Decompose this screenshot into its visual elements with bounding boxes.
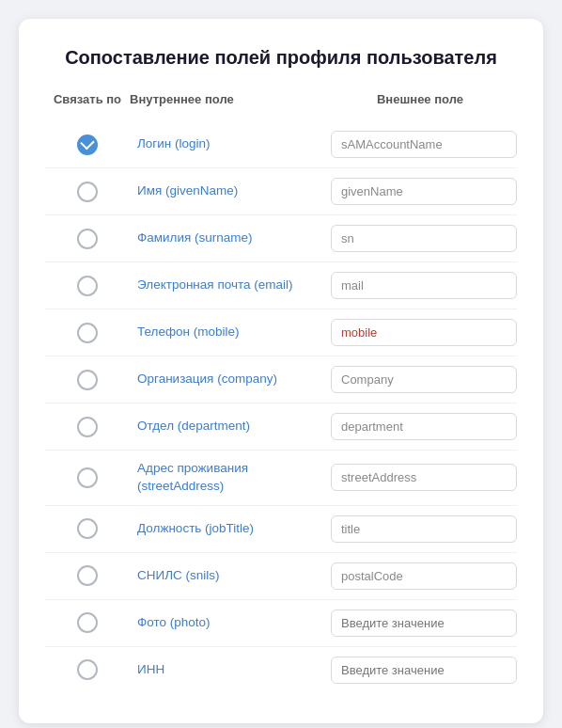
field-label-job-title: Должность (jobTitle) xyxy=(137,520,323,538)
radio-button-login[interactable] xyxy=(77,135,98,155)
table-row: Организация (company) xyxy=(45,356,517,404)
radio-cell xyxy=(45,370,130,390)
radio-button-inn[interactable] xyxy=(77,659,98,680)
external-field-input-photo[interactable] xyxy=(331,609,517,637)
radio-button-street-address[interactable] xyxy=(77,467,98,488)
radio-cell xyxy=(45,229,130,249)
field-rows-container: Логин (login)Имя (givenName)Фамилия (sur… xyxy=(45,121,517,693)
radio-cell xyxy=(45,182,130,202)
field-label-login: Логин (login) xyxy=(137,135,323,153)
external-field-input-login[interactable] xyxy=(331,131,517,158)
field-label-given-name: Имя (givenName) xyxy=(137,182,323,200)
field-label-department: Отдел (department) xyxy=(137,418,323,435)
table-header: Связать по Внутреннее поле Внешнее поле xyxy=(45,92,517,114)
input-cell-photo xyxy=(331,609,517,637)
col-header-link: Связать по xyxy=(45,92,130,106)
table-row: Отдел (department) xyxy=(45,404,517,451)
table-row: Должность (jobTitle) xyxy=(45,506,517,553)
radio-button-department[interactable] xyxy=(77,417,98,437)
input-cell-company xyxy=(331,366,517,393)
radio-button-email[interactable] xyxy=(77,276,98,296)
table-row: Адрес проживания (streetAddress) xyxy=(45,451,517,506)
radio-button-snils[interactable] xyxy=(77,565,98,586)
table-row: Электронная почта (email) xyxy=(45,262,517,309)
input-cell-email xyxy=(331,272,517,299)
external-field-input-inn[interactable] xyxy=(331,657,517,684)
external-field-input-mobile[interactable] xyxy=(331,319,517,346)
radio-cell xyxy=(45,276,130,296)
radio-button-job-title[interactable] xyxy=(77,518,98,539)
radio-cell xyxy=(45,135,130,155)
table-row: Фото (photo) xyxy=(45,600,517,647)
field-label-snils: СНИЛС (snils) xyxy=(137,567,323,585)
radio-cell xyxy=(45,323,130,343)
col-header-internal: Внутреннее поле xyxy=(130,92,323,106)
field-label-photo: Фото (photo) xyxy=(137,614,323,632)
radio-cell xyxy=(45,417,130,437)
field-label-company: Организация (company) xyxy=(137,371,323,388)
input-cell-inn xyxy=(331,657,517,684)
external-field-input-department[interactable] xyxy=(331,413,517,440)
radio-button-given-name[interactable] xyxy=(77,182,98,202)
input-cell-surname xyxy=(331,225,517,252)
field-label-surname: Фамилия (surname) xyxy=(137,229,323,247)
card: Сопоставление полей профиля пользователя… xyxy=(19,19,543,723)
col-header-external: Внешнее поле xyxy=(323,92,517,106)
table-row: СНИЛС (snils) xyxy=(45,553,517,600)
table-row: ИНН xyxy=(45,647,517,693)
radio-button-company[interactable] xyxy=(77,370,98,390)
external-field-input-street-address[interactable] xyxy=(331,464,517,491)
radio-button-mobile[interactable] xyxy=(77,323,98,343)
radio-cell xyxy=(45,612,130,633)
table-row: Телефон (mobile) xyxy=(45,309,517,356)
radio-cell xyxy=(45,565,130,586)
input-cell-street-address xyxy=(331,464,517,491)
input-cell-snils xyxy=(331,562,517,590)
radio-cell xyxy=(45,467,130,488)
external-field-input-job-title[interactable] xyxy=(331,515,517,543)
radio-cell xyxy=(45,518,130,539)
radio-button-photo[interactable] xyxy=(77,612,98,633)
input-cell-job-title xyxy=(331,515,517,543)
external-field-input-given-name[interactable] xyxy=(331,178,517,205)
radio-cell xyxy=(45,659,130,680)
external-field-input-email[interactable] xyxy=(331,272,517,299)
field-label-inn: ИНН xyxy=(137,661,323,679)
input-cell-department xyxy=(331,413,517,440)
input-cell-login xyxy=(331,131,517,158)
field-label-email: Электронная почта (email) xyxy=(137,277,323,294)
table-row: Имя (givenName) xyxy=(45,168,517,215)
external-field-input-company[interactable] xyxy=(331,366,517,393)
radio-button-surname[interactable] xyxy=(77,229,98,249)
page-title: Сопоставление полей профиля пользователя xyxy=(45,45,517,70)
external-field-input-snils[interactable] xyxy=(331,562,517,590)
input-cell-mobile xyxy=(331,319,517,346)
field-label-street-address: Адрес проживания (streetAddress) xyxy=(137,460,323,496)
table-row: Фамилия (surname) xyxy=(45,215,517,262)
table-row: Логин (login) xyxy=(45,121,517,168)
field-label-mobile: Телефон (mobile) xyxy=(137,324,323,341)
external-field-input-surname[interactable] xyxy=(331,225,517,252)
input-cell-given-name xyxy=(331,178,517,205)
